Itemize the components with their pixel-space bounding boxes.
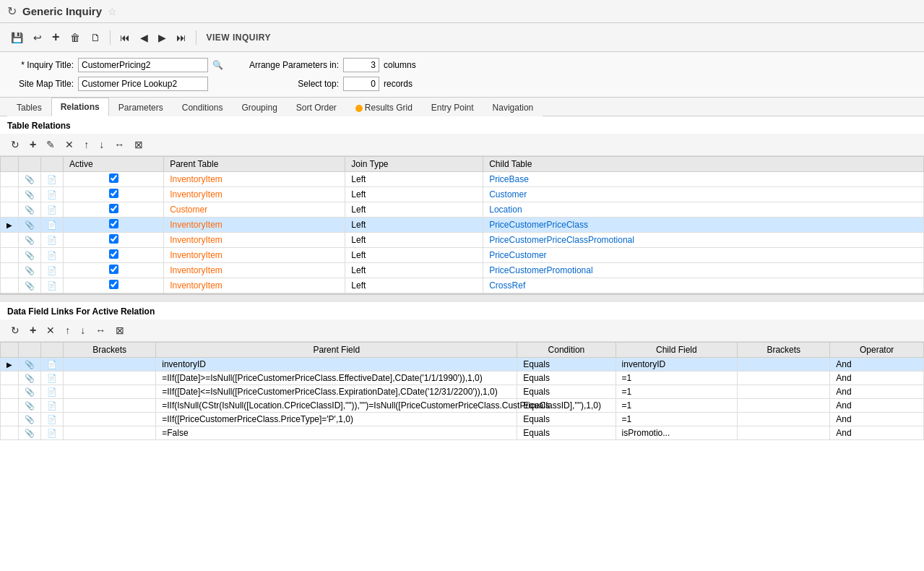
tr-down-button[interactable]: ↓ [95, 137, 108, 152]
tab-parameters[interactable]: Parameters [109, 98, 173, 116]
tr-refresh-button[interactable]: ↻ [7, 137, 23, 152]
dfl-brackets [64, 372, 156, 385]
row-icon-clip[interactable]: 📎 [19, 218, 41, 233]
dfl-icon-clip[interactable]: 📎 [19, 399, 41, 413]
dfl-col-child-field: Child Field [616, 343, 738, 358]
view-inquiry-button[interactable]: VIEW INQUIRY [202, 31, 276, 44]
dfl-up-button[interactable]: ↑ [61, 323, 74, 338]
row-icon-clip[interactable]: 📎 [19, 172, 41, 187]
add-button[interactable]: + [48, 27, 64, 47]
refresh-icon[interactable]: ↻ [7, 4, 17, 18]
dfl-add-button[interactable]: + [26, 322, 40, 338]
dfl-down-button[interactable]: ↓ [77, 323, 89, 338]
row-active-checkbox[interactable] [64, 187, 164, 202]
row-active-checkbox[interactable] [64, 248, 164, 263]
inquiry-title-row: * Inquiry Title: 🔍 [9, 58, 223, 72]
tab-navigation[interactable]: Navigation [483, 98, 543, 116]
row-active-checkbox[interactable] [64, 172, 164, 187]
tab-conditions[interactable]: Conditions [173, 98, 233, 116]
save-button[interactable]: 💾 [7, 30, 27, 46]
dfl-icon-note[interactable]: 📄 [41, 426, 64, 440]
row-join-type: Left [345, 248, 483, 263]
last-record-button[interactable]: ⏭ [173, 30, 190, 46]
table-row[interactable]: 📎📄InventoryItemLeftPriceBase [1, 172, 924, 187]
dfl-row[interactable]: 📎📄=IIf(IsNull(CStr(IsNull([Location.CPri… [1, 399, 924, 413]
row-icon-note[interactable]: 📄 [41, 278, 64, 293]
tab-tables[interactable]: Tables [7, 98, 51, 116]
row-icon-note[interactable]: 📄 [41, 172, 64, 187]
tr-edit-button[interactable]: ✎ [43, 137, 59, 152]
tr-delete-button[interactable]: ✕ [61, 137, 77, 152]
row-icon-note[interactable]: 📄 [41, 233, 64, 248]
dfl-row[interactable]: 📎📄=IIf([Date]>=IsNull([PriceCustomerPric… [1, 372, 924, 385]
dfl-refresh-button[interactable]: ↻ [7, 323, 23, 338]
table-row[interactable]: 📎📄InventoryItemLeftPriceCustomerPromotio… [1, 263, 924, 278]
dfl-row[interactable]: 📎📄=IIf([PriceCustomerPriceClass.PriceTyp… [1, 413, 924, 426]
dfl-row[interactable]: 📎📄=IIf([Date]<=IsNull([PriceCustomerPric… [1, 385, 924, 399]
dfl-brackets [64, 358, 156, 372]
dfl-fit-button[interactable]: ↔ [92, 323, 109, 338]
dfl-icon-clip[interactable]: 📎 [19, 358, 41, 372]
row-icon-clip[interactable]: 📎 [19, 202, 41, 218]
copy-button[interactable]: 🗋 [87, 30, 104, 46]
row-child-table: PriceCustomerPromotional [483, 263, 924, 278]
table-row[interactable]: ▶📎📄InventoryItemLeftPriceCustomerPriceCl… [1, 218, 924, 233]
favorite-icon[interactable]: ☆ [108, 6, 117, 17]
row-icon-clip[interactable]: 📎 [19, 248, 41, 263]
prev-record-button[interactable]: ◀ [137, 30, 152, 46]
tab-relations[interactable]: Relations [51, 98, 109, 116]
dfl-brackets2 [738, 426, 830, 440]
tab-results-grid[interactable]: Results Grid [346, 98, 422, 116]
row-active-checkbox[interactable] [64, 233, 164, 248]
tr-up-button[interactable]: ↑ [80, 137, 92, 152]
table-row[interactable]: 📎📄InventoryItemLeftPriceCustomerPriceCla… [1, 233, 924, 248]
dfl-icon-note[interactable]: 📄 [41, 413, 64, 426]
row-icon-clip[interactable]: 📎 [19, 187, 41, 202]
dfl-icon-note[interactable]: 📄 [41, 399, 64, 413]
delete-button[interactable]: 🗑 [66, 30, 84, 46]
row-icon-note[interactable]: 📄 [41, 248, 64, 263]
toolbar-separator [110, 30, 111, 45]
dfl-icon-clip[interactable]: 📎 [19, 372, 41, 385]
table-row[interactable]: 📎📄CustomerLeftLocation [1, 202, 924, 218]
dfl-delete-button[interactable]: ✕ [43, 323, 59, 338]
search-icon[interactable]: 🔍 [212, 60, 223, 70]
dfl-icon-clip[interactable]: 📎 [19, 385, 41, 399]
dfl-clear-button[interactable]: ⊠ [112, 323, 128, 338]
tab-entry-point[interactable]: Entry Point [422, 98, 483, 116]
dfl-icon-clip[interactable]: 📎 [19, 413, 41, 426]
next-record-button[interactable]: ▶ [155, 30, 170, 46]
select-top-input[interactable] [343, 77, 379, 91]
table-row[interactable]: 📎📄InventoryItemLeftPriceCustomer [1, 248, 924, 263]
tr-clear-button[interactable]: ⊠ [131, 137, 147, 152]
dfl-row[interactable]: 📎📄=FalseEqualsisPromotio...And [1, 426, 924, 440]
row-icon-clip[interactable]: 📎 [19, 278, 41, 293]
tr-add-button[interactable]: + [26, 137, 40, 153]
inquiry-title-input[interactable] [78, 58, 208, 72]
table-row[interactable]: 📎📄InventoryItemLeftCrossRef [1, 278, 924, 293]
site-map-title-input[interactable] [78, 77, 208, 91]
undo-button[interactable]: ↩ [30, 30, 46, 46]
table-row[interactable]: 📎📄InventoryItemLeftCustomer [1, 187, 924, 202]
tab-sort-order[interactable]: Sort Order [287, 98, 346, 116]
tab-grouping[interactable]: Grouping [232, 98, 286, 116]
row-active-checkbox[interactable] [64, 278, 164, 293]
dfl-row[interactable]: ▶📎📄inventoryIDEqualsinventoryIDAnd [1, 358, 924, 372]
first-record-button[interactable]: ⏮ [116, 30, 134, 46]
row-child-table: Customer [483, 187, 924, 202]
dfl-icon-note[interactable]: 📄 [41, 385, 64, 399]
row-icon-clip[interactable]: 📎 [19, 263, 41, 278]
row-active-checkbox[interactable] [64, 218, 164, 233]
row-active-checkbox[interactable] [64, 202, 164, 218]
tr-fit-button[interactable]: ↔ [111, 137, 128, 152]
row-icon-note[interactable]: 📄 [41, 187, 64, 202]
dfl-icon-clip[interactable]: 📎 [19, 426, 41, 440]
row-icon-note[interactable]: 📄 [41, 263, 64, 278]
row-active-checkbox[interactable] [64, 263, 164, 278]
dfl-icon-note[interactable]: 📄 [41, 358, 64, 372]
row-icon-clip[interactable]: 📎 [19, 233, 41, 248]
row-icon-note[interactable]: 📄 [41, 218, 64, 233]
row-icon-note[interactable]: 📄 [41, 202, 64, 218]
arrange-params-input[interactable] [343, 58, 379, 72]
dfl-icon-note[interactable]: 📄 [41, 372, 64, 385]
